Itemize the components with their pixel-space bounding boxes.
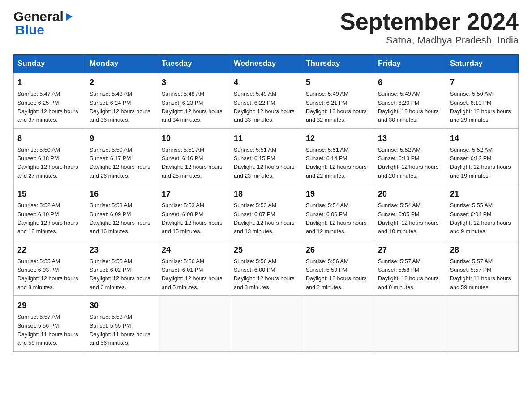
- day-info-line-0: Sunrise: 5:54 AM: [378, 202, 420, 209]
- day-info-line-1: Sunset: 5:55 PM: [90, 323, 131, 329]
- day-info: Sunrise: 5:56 AMSunset: 6:00 PMDaylight:…: [234, 257, 298, 292]
- day-info-line-2: Daylight: 12 hours hours: [306, 108, 367, 115]
- day-info-line-3: and 9 minutes.: [450, 228, 487, 235]
- day-info-line-2: Daylight: 12 hours hours: [378, 275, 439, 282]
- calendar-cell: 17 Sunrise: 5:53 AMSunset: 6:08 PMDaylig…: [158, 184, 230, 240]
- day-info-line-2: Daylight: 12 hours hours: [378, 108, 439, 115]
- day-info-line-0: Sunrise: 5:48 AM: [90, 91, 132, 97]
- day-info-line-1: Sunset: 6:00 PM: [234, 267, 275, 273]
- day-info-line-0: Sunrise: 5:55 AM: [17, 258, 60, 265]
- day-info-line-0: Sunrise: 5:54 AM: [306, 202, 348, 209]
- day-info-line-0: Sunrise: 5:49 AM: [378, 91, 420, 97]
- day-info-line-3: and 19 minutes.: [450, 173, 490, 179]
- calendar-cell: 29 Sunrise: 5:57 AMSunset: 5:56 PMDaylig…: [14, 296, 86, 352]
- day-info-line-2: Daylight: 12 hours hours: [306, 164, 367, 170]
- day-info-line-3: and 6 minutes.: [90, 284, 126, 291]
- calendar-cell: 4 Sunrise: 5:49 AMSunset: 6:22 PMDayligh…: [230, 73, 302, 129]
- day-number: 10: [162, 133, 226, 145]
- day-info-line-2: Daylight: 12 hours hours: [162, 275, 223, 282]
- day-info-line-1: Sunset: 6:03 PM: [17, 267, 59, 273]
- calendar-cell: 11 Sunrise: 5:51 AMSunset: 6:15 PMDaylig…: [230, 128, 302, 184]
- day-info-line-2: Daylight: 12 hours hours: [90, 108, 150, 115]
- calendar-cell: 14 Sunrise: 5:52 AMSunset: 6:12 PMDaylig…: [446, 128, 519, 184]
- title-area: September 2024 Satna, Madhya Pradesh, In…: [340, 9, 519, 46]
- day-info: Sunrise: 5:54 AMSunset: 6:06 PMDaylight:…: [306, 201, 370, 236]
- day-info-line-2: Daylight: 12 hours hours: [306, 220, 367, 226]
- calendar-cell: 15 Sunrise: 5:52 AMSunset: 6:10 PMDaylig…: [14, 184, 86, 240]
- day-info-line-3: and 20 minutes.: [378, 173, 418, 179]
- day-info-line-0: Sunrise: 5:50 AM: [450, 91, 493, 97]
- calendar-cell: 20 Sunrise: 5:54 AMSunset: 6:05 PMDaylig…: [374, 184, 446, 240]
- day-info: Sunrise: 5:49 AMSunset: 6:21 PMDaylight:…: [306, 90, 370, 125]
- day-info-line-3: and 58 minutes.: [17, 340, 57, 346]
- calendar-title: September 2024: [340, 9, 519, 34]
- day-info-line-3: and 30 minutes.: [378, 117, 418, 123]
- day-info-line-1: Sunset: 6:06 PM: [306, 211, 347, 218]
- calendar-cell: 23 Sunrise: 5:55 AMSunset: 6:02 PMDaylig…: [86, 240, 158, 296]
- day-info-line-0: Sunrise: 5:55 AM: [450, 202, 493, 209]
- calendar-cell: 10 Sunrise: 5:51 AMSunset: 6:16 PMDaylig…: [158, 128, 230, 184]
- day-info-line-3: and 37 minutes.: [17, 117, 57, 123]
- day-info: Sunrise: 5:51 AMSunset: 6:15 PMDaylight:…: [234, 146, 298, 181]
- day-info-line-0: Sunrise: 5:51 AM: [234, 147, 276, 153]
- day-info-line-1: Sunset: 6:18 PM: [17, 155, 59, 162]
- day-info-line-3: and 34 minutes.: [162, 117, 202, 123]
- day-info-line-3: and 10 minutes.: [378, 228, 418, 235]
- day-number: 27: [378, 244, 442, 256]
- day-info-line-2: Daylight: 12 hours hours: [450, 220, 511, 226]
- calendar-cell: 18 Sunrise: 5:53 AMSunset: 6:07 PMDaylig…: [230, 184, 302, 240]
- header: General Blue September 2024 Satna, Madhy…: [13, 9, 519, 46]
- day-info-line-0: Sunrise: 5:52 AM: [378, 147, 420, 153]
- day-info-line-2: Daylight: 11 hours hours: [90, 331, 150, 338]
- day-info-line-3: and 8 minutes.: [17, 284, 54, 291]
- day-number: 23: [90, 244, 154, 256]
- day-info-line-3: and 32 minutes.: [306, 117, 346, 123]
- day-info: Sunrise: 5:50 AMSunset: 6:18 PMDaylight:…: [17, 146, 82, 181]
- day-info-line-0: Sunrise: 5:57 AM: [378, 258, 420, 265]
- calendar-cell: 6 Sunrise: 5:49 AMSunset: 6:20 PMDayligh…: [374, 73, 446, 129]
- day-info-line-0: Sunrise: 5:49 AM: [234, 91, 276, 97]
- day-info-line-1: Sunset: 6:19 PM: [450, 100, 491, 106]
- day-info: Sunrise: 5:51 AMSunset: 6:16 PMDaylight:…: [162, 146, 226, 181]
- calendar-cell: 8 Sunrise: 5:50 AMSunset: 6:18 PMDayligh…: [14, 128, 86, 184]
- logo-triangle-icon: [64, 12, 74, 21]
- day-number: 14: [450, 133, 515, 145]
- day-info-line-0: Sunrise: 5:53 AM: [234, 202, 276, 209]
- day-info-line-1: Sunset: 6:09 PM: [90, 211, 131, 218]
- day-info: Sunrise: 5:53 AMSunset: 6:08 PMDaylight:…: [162, 201, 226, 236]
- day-info-line-1: Sunset: 6:21 PM: [306, 100, 347, 106]
- day-number: 28: [450, 244, 515, 256]
- day-info-line-2: Daylight: 12 hours hours: [162, 108, 223, 115]
- day-info-line-1: Sunset: 6:01 PM: [162, 267, 203, 273]
- day-info-line-0: Sunrise: 5:56 AM: [162, 258, 204, 265]
- day-info-line-2: Daylight: 12 hours hours: [234, 275, 295, 282]
- day-info: Sunrise: 5:50 AMSunset: 6:17 PMDaylight:…: [90, 146, 154, 181]
- calendar-cell: 24 Sunrise: 5:56 AMSunset: 6:01 PMDaylig…: [158, 240, 230, 296]
- day-number: 25: [234, 244, 298, 256]
- calendar-cell: 30 Sunrise: 5:58 AMSunset: 5:55 PMDaylig…: [86, 296, 158, 352]
- day-info-line-2: Daylight: 12 hours hours: [378, 220, 439, 226]
- day-info: Sunrise: 5:51 AMSunset: 6:14 PMDaylight:…: [306, 146, 370, 181]
- day-number: 30: [90, 300, 154, 312]
- day-number: 22: [17, 244, 82, 256]
- day-info-line-2: Daylight: 12 hours hours: [450, 108, 511, 115]
- day-number: 13: [378, 133, 442, 145]
- day-info-line-2: Daylight: 11 hours hours: [450, 275, 511, 282]
- day-info-line-1: Sunset: 6:17 PM: [90, 155, 131, 162]
- day-info-line-0: Sunrise: 5:55 AM: [90, 258, 132, 265]
- day-info-line-2: Daylight: 12 hours hours: [90, 275, 150, 282]
- calendar-cell: 21 Sunrise: 5:55 AMSunset: 6:04 PMDaylig…: [446, 184, 519, 240]
- day-number: 15: [17, 188, 82, 200]
- calendar-week-row: 8 Sunrise: 5:50 AMSunset: 6:18 PMDayligh…: [14, 128, 519, 184]
- day-number: 5: [306, 77, 370, 89]
- day-info: Sunrise: 5:54 AMSunset: 6:05 PMDaylight:…: [378, 201, 442, 236]
- logo-area: General Blue: [13, 9, 74, 38]
- day-info-line-0: Sunrise: 5:56 AM: [234, 258, 276, 265]
- day-info-line-1: Sunset: 5:58 PM: [378, 267, 419, 273]
- day-info-line-3: and 33 minutes.: [234, 117, 274, 123]
- day-info-line-2: Daylight: 12 hours hours: [162, 164, 223, 170]
- day-number: 12: [306, 133, 370, 145]
- day-number: 19: [306, 188, 370, 200]
- calendar-cell: [158, 296, 230, 352]
- day-info: Sunrise: 5:47 AMSunset: 6:25 PMDaylight:…: [17, 90, 82, 125]
